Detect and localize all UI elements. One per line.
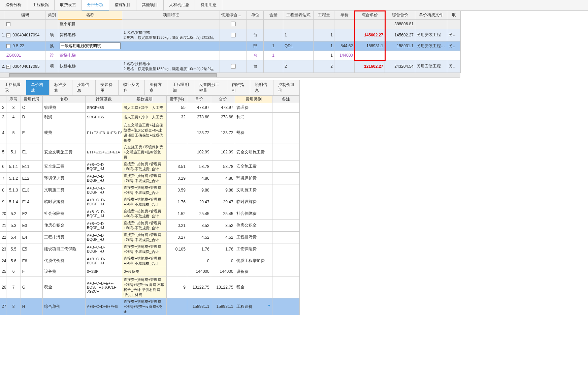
total-sum: 388806.81 (385, 19, 415, 29)
lower-header-费率(%)[interactable]: 费率(%) (167, 95, 187, 103)
main-header-项目特征[interactable]: 项目特征 (122, 11, 220, 20)
lower-row[interactable]: 27 8 H 综合单价 A+B+C+D+E+F+G 直接费+措施费+管理费+利润… (0, 298, 300, 315)
lower-row[interactable]: 4 5 E 规费 E1+E2+E3+0+E5+E6 安全文明施工费+社会保险费+… (0, 122, 300, 144)
lower-header-费用类别[interactable]: 费用类别 (235, 95, 272, 103)
sub-tabs: 工料机显示单价构成标准换算换算信息安装费用特征及内容组价方案工程量明细反查图形工… (0, 80, 300, 95)
sub-tab-安装费用[interactable]: 安装费用 (96, 80, 119, 95)
main-horizontal-scrollbar[interactable] (0, 73, 460, 78)
sub-tab-内容指引[interactable]: 内容指引 (227, 80, 250, 95)
sub-tab-组价方案[interactable]: 组价方案 (145, 80, 168, 95)
lower-row[interactable]: 2 3 C 管理费 SRGF+B5 省人工费+其中：人工费 55 478.97 … (0, 103, 300, 112)
lower-row[interactable]: 8 5.1.3 E13 文明施工费 A+B+C+D-BQGF_HJ 直接费+措施… (0, 184, 300, 196)
lower-row[interactable]: 26 7 G 税金 A+B+C+D+E+F-BQSJ_HJ-JGCLF-JGZC… (0, 276, 300, 298)
lower-row[interactable]: 7 5.1.2 E12 环境保护费 A+B+C+D-BQGF_HJ 直接费+措施… (0, 172, 300, 184)
sub-tab-说明信息[interactable]: 说明信息 (250, 80, 273, 95)
lower-row[interactable]: 23 5.5 E5 建设项目工伤保险 A+B+C+D-BQGF_HJ 直接费+措… (0, 243, 300, 255)
main-header-工程量表达式[interactable]: 工程量表达式 (283, 11, 314, 20)
main-header-名称[interactable]: 名称 (58, 11, 122, 20)
main-header-综合单价[interactable]: 综合单价 (355, 11, 385, 20)
dropdown-icon[interactable]: ▼ (267, 304, 271, 308)
expander-icon[interactable]: − (6, 65, 10, 69)
lower-row[interactable]: 24 5.6 E6 优质优价费 A+B+C+D-BQGF_HJ 直接费+措施费+… (0, 255, 300, 267)
main-header-单价[interactable]: 单价 (334, 11, 355, 20)
sub-tab-特征及内容[interactable]: 特征及内容 (119, 80, 145, 95)
main-header-取[interactable]: 取 (447, 11, 461, 20)
top-tab-其他项目[interactable]: 其他项目 (136, 0, 164, 10)
main-header-idx[interactable] (0, 11, 5, 20)
main-row[interactable]: 1 − 030404017094 项 货梯电梯 1.名称:货梯电梯2.规格：额定… (0, 29, 461, 41)
main-header-单价构成文件[interactable]: 单价构成文件 (415, 11, 447, 20)
lower-row[interactable]: 20 5.2 E2 社会保险费 A+B+C+D-BQGF_HJ 直接费+措施费+… (0, 208, 300, 220)
lower-header-序号[interactable]: 序号 (6, 95, 21, 103)
lock-checkbox[interactable] (231, 22, 236, 26)
total-row[interactable]: −整个项目388806.81 (0, 19, 461, 29)
top-tab-取费设置[interactable]: 取费设置 (55, 0, 82, 10)
top-tab-费用汇总[interactable]: 费用汇总 (195, 0, 222, 10)
total-name: 整个项目 (58, 19, 122, 29)
main-header-工程量[interactable]: 工程量 (314, 11, 334, 20)
sub-tab-标准换算[interactable]: 标准换算 (50, 80, 72, 95)
lower-header-费用代号[interactable]: 费用代号 (21, 95, 42, 103)
sub-tab-换算信息[interactable]: 换算信息 (72, 80, 95, 95)
main-header-锁定综合单价[interactable]: 锁定综合单价 (220, 11, 247, 20)
lower-header-基数说明[interactable]: 基数说明 (122, 95, 167, 103)
name-input[interactable] (60, 42, 121, 49)
main-row[interactable]: 2 − 030404017095 项 扶梯电梯 1.名称:扶梯电梯2.规格：额定… (0, 60, 461, 72)
lower-header-计算基数[interactable]: 计算基数 (86, 95, 122, 103)
main-row[interactable]: − 9-5-22 换 部 1 QDL 1 844.62 158931.1 158… (0, 41, 461, 51)
lower-header-idx[interactable] (0, 95, 6, 103)
sub-tab-反查图形工程量[interactable]: 反查图形工程量 (194, 80, 227, 95)
lower-row[interactable]: 22 5.4 E4 工程排污费 A+B+C+D-BQGF_HJ 直接费+措施费+… (0, 231, 300, 243)
main-header-编码[interactable]: 编码 (5, 11, 45, 20)
lower-row[interactable]: 6 5.1.1 E11 安全施工费 A+B+C+D-BQGF_HJ 直接费+措施… (0, 160, 300, 172)
lower-row[interactable]: 21 5.3 E3 住房公积金 A+B+C+D-BQGF_HJ 直接费+措施费+… (0, 220, 300, 231)
lower-row[interactable]: 25 6 F 设备费 0+SBF 0+设备费 144000 144000 设备费 (0, 267, 300, 276)
main-table: 编码类别名称项目特征锁定综合单价单位含量工程量表达式工程量单价综合单价综合合价单… (0, 11, 461, 73)
top-tabs: 造价分析工程概况取费设置分部分项措施项目其他项目人材机汇总费用汇总 (0, 0, 588, 11)
top-tab-人材机汇总[interactable]: 人材机汇总 (164, 0, 195, 10)
top-tab-工程概况[interactable]: 工程概况 (27, 0, 55, 10)
lower-header-备注[interactable]: 备注 (272, 95, 299, 103)
lower-row[interactable]: 3 4 D 利润 SRGF+B5 省人工费+其中：人工费 32 278.68 2… (0, 112, 300, 122)
sub-tab-工料机显示[interactable]: 工料机显示 (0, 80, 26, 95)
lower-table: 序号费用代号名称计算基数基数说明费率(%)单价合价费用类别备注 2 3 C 管理… (0, 95, 300, 315)
lock-checkbox[interactable] (231, 33, 236, 37)
expander-icon[interactable]: − (6, 33, 10, 37)
lower-row[interactable]: 9 5.1.4 E14 临时设施费 A+B+C+D-BQGF_HJ 直接费+措施… (0, 196, 300, 208)
sub-tab-工程量明细[interactable]: 工程量明细 (168, 80, 194, 95)
collapse-icon[interactable]: − (6, 22, 10, 26)
main-row[interactable]: ZG0001 设 货梯电梯 台 1 1 144000 (0, 51, 461, 60)
main-header-含量[interactable]: 含量 (264, 11, 283, 20)
top-tab-造价分析[interactable]: 造价分析 (0, 0, 27, 10)
sub-tab-单价构成[interactable]: 单价构成 (26, 80, 49, 95)
top-tab-分部分项[interactable]: 分部分项 (82, 0, 109, 10)
lower-header-名称[interactable]: 名称 (42, 95, 86, 103)
sub-tab-控制价组价[interactable]: 控制价组价 (273, 80, 300, 95)
main-header-综合合价[interactable]: 综合合价 (385, 11, 415, 20)
main-header-类别[interactable]: 类别 (45, 11, 58, 20)
lock-checkbox[interactable] (231, 64, 236, 69)
expander-icon[interactable]: − (6, 44, 10, 48)
lower-header-单价[interactable]: 单价 (187, 95, 211, 103)
lower-header-合价[interactable]: 合价 (211, 95, 235, 103)
main-header-单位[interactable]: 单位 (247, 11, 264, 20)
top-tab-措施项目[interactable]: 措施项目 (109, 0, 136, 10)
lower-row[interactable]: 5 5.1 E1 安全文明施工费 E11+E12+E13+E14 安全施工费+环… (0, 144, 300, 160)
